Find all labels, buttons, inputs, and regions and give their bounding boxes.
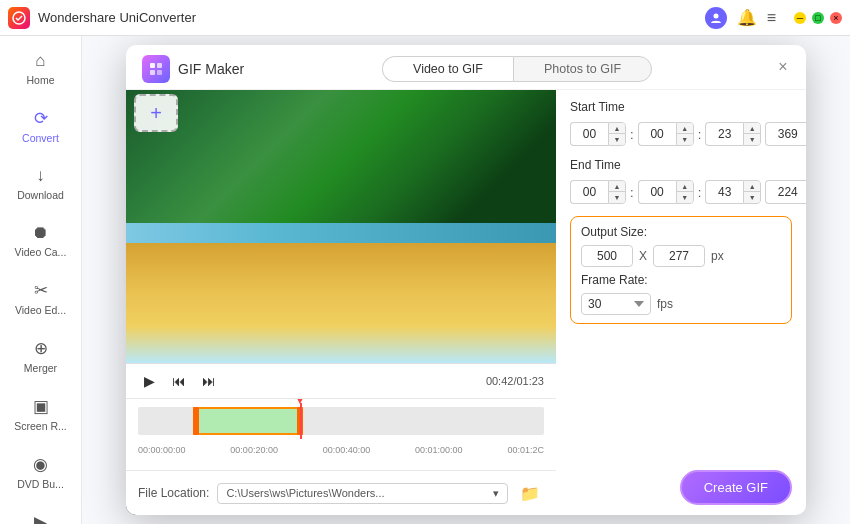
minimize-button[interactable]: ─	[794, 12, 806, 24]
video-frame	[126, 90, 556, 363]
start-ms-spinner: ▲ ▼	[765, 122, 806, 146]
app-body: ⌂ Home ⟳ Convert ↓ Download ⏺ Video Ca..…	[0, 36, 850, 524]
file-path-dropdown[interactable]: C:\Users\ws\Pictures\Wonders... ▾	[217, 483, 508, 504]
end-min-down[interactable]: ▼	[677, 192, 693, 203]
start-hour-input[interactable]	[570, 122, 608, 146]
play-button[interactable]: ▶	[138, 370, 160, 392]
tab-photos-to-gif[interactable]: Photos to GIF	[513, 56, 652, 82]
start-hour-up[interactable]: ▲	[609, 123, 625, 134]
frame-rate-control: 15 20 24 25 30 60 fps	[581, 293, 781, 315]
modal-header: GIF Maker Video to GIF Photos to GIF ×	[126, 45, 806, 90]
colon-2: :	[698, 127, 702, 142]
screen-record-icon: ▣	[33, 396, 49, 417]
output-size-section: Output Size: X px Frame Rate:	[570, 216, 792, 324]
settings-panel: Start Time ▲ ▼ :	[556, 90, 806, 515]
convert-icon: ⟳	[34, 108, 48, 129]
svg-rect-5	[157, 70, 162, 75]
start-min-down[interactable]: ▼	[677, 134, 693, 145]
start-min-input[interactable]	[638, 122, 676, 146]
end-time-section: End Time ▲ ▼ :	[570, 158, 792, 204]
sidebar-item-download[interactable]: ↓ Download	[4, 156, 77, 211]
sidebar-item-player[interactable]: ▶ Player	[4, 502, 77, 524]
start-hour-down[interactable]: ▼	[609, 134, 625, 145]
end-min-up[interactable]: ▲	[677, 181, 693, 192]
start-sec-down[interactable]: ▼	[744, 134, 760, 145]
sidebar-item-video-edit[interactable]: ✂ Video Ed...	[4, 270, 77, 326]
output-height-input[interactable]	[653, 245, 705, 267]
window-controls: ─ □ ×	[794, 12, 842, 24]
close-window-button[interactable]: ×	[830, 12, 842, 24]
colon-4: :	[698, 185, 702, 200]
main-content: GIF Maker Video to GIF Photos to GIF × +	[82, 36, 850, 524]
fps-label: fps	[657, 297, 673, 311]
start-min-arrows: ▲ ▼	[676, 122, 694, 146]
player-icon: ▶	[34, 512, 47, 524]
sidebar-label-video-edit: Video Ed...	[15, 304, 66, 316]
end-sec-up[interactable]: ▲	[744, 181, 760, 192]
sidebar-label-video-cap: Video Ca...	[15, 246, 67, 258]
user-icon[interactable]	[705, 7, 727, 29]
output-width-input[interactable]	[581, 245, 633, 267]
sidebar-item-convert[interactable]: ⟳ Convert	[4, 98, 77, 154]
end-hour-arrows: ▲ ▼	[608, 180, 626, 204]
prev-frame-button[interactable]: ⏮	[168, 370, 190, 392]
sidebar-item-dvd[interactable]: ◉ DVD Bu...	[4, 444, 77, 500]
notification-bell-icon[interactable]: 🔔	[737, 8, 757, 27]
add-file-button[interactable]: +	[134, 94, 178, 132]
start-sec-up[interactable]: ▲	[744, 123, 760, 134]
create-gif-container: Create GIF	[570, 462, 792, 505]
frame-rate-row: Frame Rate:	[581, 273, 781, 287]
timeline-track	[138, 407, 544, 435]
size-row: X px	[581, 245, 781, 267]
sidebar-label-merger: Merger	[24, 362, 57, 374]
tab-video-to-gif[interactable]: Video to GIF	[382, 56, 513, 82]
end-ms-input[interactable]	[765, 180, 806, 204]
start-time-label: Start Time	[570, 100, 792, 114]
size-x-label: X	[639, 249, 647, 263]
end-hour-down[interactable]: ▼	[609, 192, 625, 203]
create-gif-button[interactable]: Create GIF	[680, 470, 792, 505]
merge-icon: ⊕	[34, 338, 48, 359]
start-ms-input[interactable]	[765, 122, 806, 146]
video-preview-panel: + ▶ ⏮ ⏭ 00:42/01:23	[126, 90, 556, 515]
end-hour-up[interactable]: ▲	[609, 181, 625, 192]
svg-rect-3	[157, 63, 162, 68]
video-controls-bar: ▶ ⏮ ⏭ 00:42/01:23	[126, 363, 556, 398]
timeline-label-0: 00:00:00:00	[138, 445, 186, 455]
sidebar-label-dvd: DVD Bu...	[17, 478, 64, 490]
end-sec-input[interactable]	[705, 180, 743, 204]
start-sec-arrows: ▲ ▼	[743, 122, 761, 146]
browse-folder-button[interactable]: 📁	[516, 479, 544, 507]
end-hour-spinner: ▲ ▼	[570, 180, 626, 204]
modal-close-button[interactable]: ×	[772, 56, 794, 78]
hamburger-menu-icon[interactable]: ≡	[767, 9, 776, 27]
start-min-up[interactable]: ▲	[677, 123, 693, 134]
timeline-handle-left[interactable]	[193, 407, 199, 435]
timeline-area: 00:00:00:00 00:00:20:00 00:00:40:00 00:0…	[126, 398, 556, 470]
modal-tabs-container: Video to GIF Photos to GIF	[244, 56, 790, 82]
maximize-button[interactable]: □	[812, 12, 824, 24]
dropdown-arrow-icon: ▾	[493, 487, 499, 500]
svg-rect-4	[150, 70, 155, 75]
end-sec-down[interactable]: ▼	[744, 192, 760, 203]
file-location-label: File Location:	[138, 486, 209, 500]
end-hour-input[interactable]	[570, 180, 608, 204]
timeline-playhead	[300, 403, 302, 439]
frame-rate-select[interactable]: 15 20 24 25 30 60	[581, 293, 651, 315]
timeline-label-4: 00:01:2C	[507, 445, 544, 455]
frame-rate-label: Frame Rate:	[581, 273, 648, 287]
size-px-label: px	[711, 249, 724, 263]
start-hour-arrows: ▲ ▼	[608, 122, 626, 146]
file-path-text: C:\Users\ws\Pictures\Wonders...	[226, 487, 493, 499]
sidebar-item-merger[interactable]: ⊕ Merger	[4, 328, 77, 384]
next-frame-button[interactable]: ⏭	[198, 370, 220, 392]
sidebar-item-video-capture[interactable]: ⏺ Video Ca...	[4, 213, 77, 268]
start-sec-spinner: ▲ ▼	[705, 122, 761, 146]
sidebar-item-home[interactable]: ⌂ Home	[4, 41, 77, 96]
start-sec-input[interactable]	[705, 122, 743, 146]
end-min-input[interactable]	[638, 180, 676, 204]
end-time-label: End Time	[570, 158, 792, 172]
sidebar-item-screen-recorder[interactable]: ▣ Screen R...	[4, 386, 77, 442]
file-location-bar: File Location: C:\Users\ws\Pictures\Wond…	[126, 470, 556, 515]
modal-title: GIF Maker	[178, 61, 244, 77]
